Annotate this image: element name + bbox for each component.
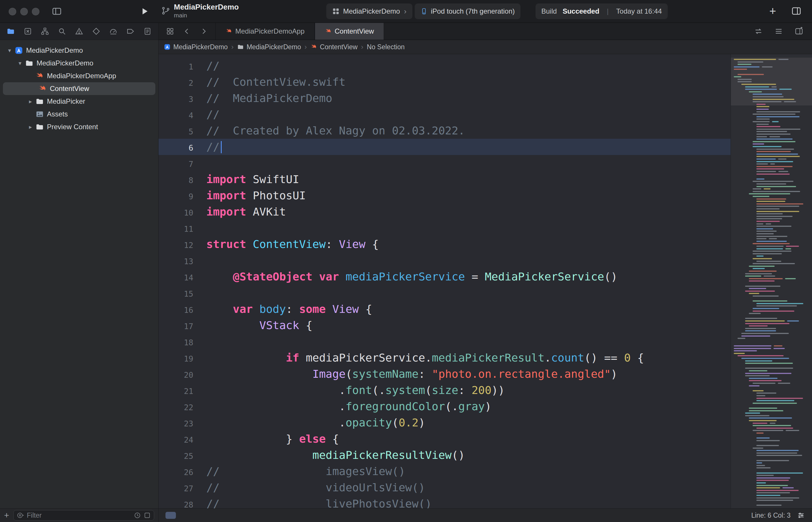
activity-status[interactable]: Build Succeeded | Today at 16:44 [536, 3, 668, 19]
code-line-1[interactable]: 1// [159, 58, 731, 74]
code-line-12[interactable]: 12struct ContentView: View { [159, 236, 731, 252]
jumpbar-item-0[interactable]: MediaPickerDemo [164, 43, 228, 51]
disclosure-closed-icon[interactable]: ▸ [25, 123, 35, 130]
warning-navigator-icon[interactable] [75, 27, 83, 36]
minimap-line [756, 400, 794, 401]
minimap-line [756, 492, 790, 493]
tree-item-mediapickerdemo[interactable]: ▾MediaPickerDemo [0, 57, 158, 69]
code-line-6[interactable]: 6// [159, 139, 731, 155]
tree-item-mediapicker[interactable]: ▸MediaPicker [0, 95, 158, 108]
minimap-line [745, 320, 785, 322]
code-line-19[interactable]: 19 if mediaPickerService.mediaPickerResu… [159, 350, 731, 366]
minimap-line [756, 119, 770, 120]
line-content: // Created by Alex Nagy on 02.03.2022. [206, 124, 465, 137]
code-line-16[interactable]: 16 var body: some View { [159, 301, 731, 317]
code-line-14[interactable]: 14 @StateObject var mediaPickerService =… [159, 268, 731, 285]
line-number: 22 [159, 400, 193, 416]
breakpoints-toggle[interactable] [165, 512, 176, 519]
close-window-button[interactable] [9, 8, 16, 15]
tree-item-contentview[interactable]: ContentView [3, 82, 155, 95]
minimap-line [753, 258, 772, 259]
disclosure-open-icon[interactable]: ▾ [5, 47, 15, 54]
line-number: 26 [159, 464, 193, 481]
tree-item-preview-content[interactable]: ▸Preview Content [0, 121, 158, 133]
add-editor-split-icon[interactable] [795, 27, 803, 36]
code-line-17[interactable]: 17 VStack { [159, 317, 731, 334]
code-line-20[interactable]: 20 Image(systemName: "photo.on.rectangle… [159, 366, 731, 382]
code-line-21[interactable]: 21 .font(.system(size: 200)) [159, 382, 731, 398]
code-line-3[interactable]: 3// MediaPickerDemo [159, 90, 731, 106]
code-line-24[interactable]: 24 } else { [159, 431, 731, 447]
code-editor[interactable]: 1//2// ContentView.swift3// MediaPickerD… [159, 54, 731, 508]
code-line-7[interactable]: 7 [159, 155, 731, 171]
tag-navigator-icon[interactable] [126, 27, 135, 36]
code-line-9[interactable]: 9import PhotosUI [159, 187, 731, 204]
adjustments-icon[interactable] [797, 511, 805, 519]
jumpbar-item-2[interactable]: ContentView [310, 43, 358, 51]
folder-navigator-icon[interactable] [6, 27, 15, 36]
tree-item-assets[interactable]: Assets [0, 108, 158, 121]
editor-layout-icon[interactable] [791, 6, 802, 16]
code-line-4[interactable]: 4// [159, 106, 731, 122]
swift-icon [225, 28, 233, 35]
code-line-10[interactable]: 10import AVKit [159, 204, 731, 220]
back-chevron-icon[interactable] [183, 27, 191, 35]
line-number: 3 [159, 91, 193, 107]
diamond-navigator-icon[interactable] [92, 27, 101, 36]
minimap-line [779, 89, 792, 90]
code-line-18[interactable]: 18 [159, 334, 731, 350]
minimap-line [756, 453, 797, 454]
filter-field[interactable] [13, 510, 154, 521]
zoom-window-button[interactable] [32, 8, 39, 15]
run-button[interactable] [140, 6, 150, 16]
recent-clock-icon[interactable] [134, 511, 141, 519]
code-line-23[interactable]: 23 .opacity(0.2) [159, 415, 731, 431]
minimize-window-button[interactable] [20, 8, 28, 15]
gauge-navigator-icon[interactable] [109, 27, 118, 36]
code-line-15[interactable]: 15 [159, 285, 731, 301]
code-line-13[interactable]: 13 [159, 252, 731, 268]
forward-chevron-icon[interactable] [200, 27, 208, 35]
minimap-line [753, 383, 775, 384]
scm-status-filter-icon[interactable] [143, 511, 151, 519]
code-line-27[interactable]: 27// videoUrlsView() [159, 479, 731, 496]
code-line-11[interactable]: 11 [159, 220, 731, 236]
scheme-project-block: MediaPickerDemo main [161, 2, 239, 19]
code-line-25[interactable]: 25 mediaPickerResultView() [159, 447, 731, 463]
line-content: mediaPickerResultView() [206, 449, 465, 461]
code-line-8[interactable]: 8import SwiftUI [159, 171, 731, 187]
tab-contentview[interactable]: ContentView [315, 23, 384, 40]
related-items-grid-icon[interactable] [166, 27, 174, 35]
minimap[interactable] [731, 54, 812, 508]
minimap-line [756, 106, 769, 107]
tree-item-mediapickerdemoapp[interactable]: MediaPickerDemoApp [0, 69, 158, 82]
xsquare-navigator-icon[interactable] [23, 27, 32, 36]
magnifier-navigator-icon[interactable] [58, 27, 66, 36]
disclosure-open-icon[interactable]: ▾ [15, 60, 25, 67]
minimap-line [756, 487, 780, 488]
line-number: 6 [159, 140, 193, 156]
code-line-22[interactable]: 22 .foregroundColor(.gray) [159, 398, 731, 415]
jumpbar-item-3[interactable]: No Selection [367, 43, 404, 51]
jumpbar-item-1[interactable]: MediaPickerDemo [237, 43, 301, 51]
code-line-26[interactable]: 26// imagesView() [159, 463, 731, 479]
chevron-right-icon: › [304, 43, 307, 51]
add-editor-plus-icon[interactable]: + [769, 5, 776, 17]
tree-item-mediapickerdemo[interactable]: ▾MediaPickerDemo [0, 44, 158, 57]
code-line-28[interactable]: 28// livePhotosView() [159, 496, 731, 508]
sidebar-toggle-icon[interactable] [51, 6, 63, 17]
line-number: 4 [159, 107, 193, 124]
disclosure-closed-icon[interactable]: ▸ [25, 98, 35, 105]
tab-mediapickerdemoapp[interactable]: MediaPickerDemoApp [215, 23, 315, 40]
add-item-plus-icon[interactable]: + [4, 511, 9, 520]
code-line-2[interactable]: 2// ContentView.swift [159, 74, 731, 90]
code-line-5[interactable]: 5// Created by Alex Nagy on 02.03.2022. [159, 122, 731, 139]
minimap-menu-icon[interactable] [774, 27, 783, 36]
swap-editors-icon[interactable] [754, 27, 763, 36]
minimap-line [756, 178, 765, 180]
run-destination-pill[interactable]: iPod touch (7th generation) [415, 3, 521, 19]
scheme-pill[interactable]: MediaPickerDemo › [326, 3, 412, 19]
filter-input[interactable] [26, 511, 131, 520]
report-navigator-icon[interactable] [143, 27, 152, 36]
hierarchy-navigator-icon[interactable] [41, 27, 49, 36]
